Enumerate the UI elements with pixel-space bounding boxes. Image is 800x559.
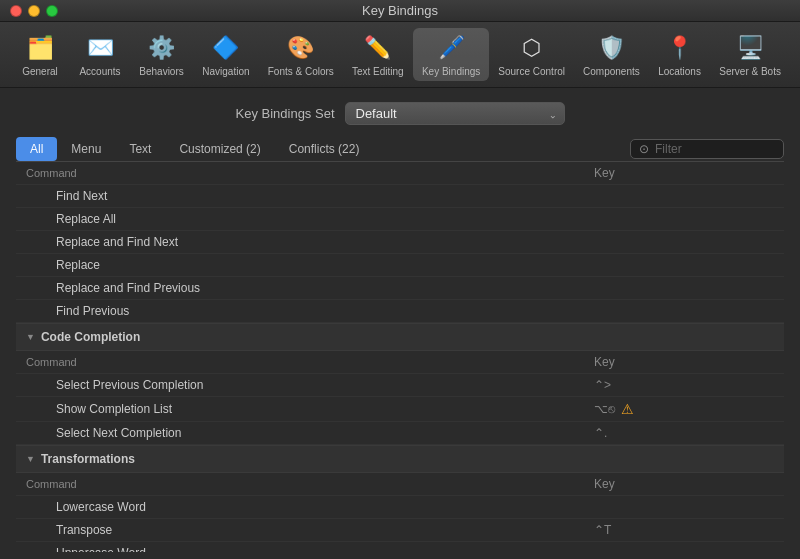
window-title: Key Bindings	[362, 3, 438, 18]
accounts-label: Accounts	[79, 66, 120, 77]
table-row[interactable]: Select Next Completion⌃.	[16, 422, 784, 445]
tab-conflicts[interactable]: Conflicts (22)	[275, 137, 374, 161]
row-command: Replace All	[16, 208, 584, 230]
tab-all[interactable]: All	[16, 137, 57, 161]
navigation-label: Navigation	[202, 66, 249, 77]
table-row[interactable]: CommandKey	[16, 162, 784, 185]
close-button[interactable]	[10, 5, 22, 17]
bindings-set-row: Key Bindings Set DefaultCustom	[16, 102, 784, 125]
toolbar-item-text-editing[interactable]: ✏️ Text Editing	[343, 28, 413, 81]
row-command: Transpose	[16, 519, 584, 541]
server-bots-icon: 🖥️	[734, 32, 766, 64]
fonts-colors-label: Fonts & Colors	[268, 66, 334, 77]
toolbar-item-server-bots[interactable]: 🖥️ Server & Bots	[710, 28, 790, 81]
section-triangle: ▼	[26, 332, 35, 342]
row-key	[584, 549, 784, 552]
tabs-row: AllMenuTextCustomized (2)Conflicts (22) …	[16, 137, 784, 162]
section-label: Transformations	[41, 452, 135, 466]
section-transformations: ▼Transformations	[16, 445, 784, 473]
accounts-icon: ✉️	[84, 32, 116, 64]
tab-customized[interactable]: Customized (2)	[165, 137, 274, 161]
table-row[interactable]: Transpose⌃T	[16, 519, 784, 542]
server-bots-label: Server & Bots	[719, 66, 781, 77]
text-editing-label: Text Editing	[352, 66, 404, 77]
section-label: Code Completion	[41, 330, 140, 344]
toolbar-item-fonts-colors[interactable]: 🎨 Fonts & Colors	[259, 28, 343, 81]
toolbar-item-accounts[interactable]: ✉️ Accounts	[70, 28, 130, 81]
filter-input[interactable]	[655, 142, 775, 156]
bindings-set-label: Key Bindings Set	[235, 106, 334, 121]
toolbar-item-key-bindings[interactable]: 🖊️ Key Bindings	[413, 28, 490, 81]
bindings-set-select[interactable]: DefaultCustom	[345, 102, 565, 125]
table-row[interactable]: Lowercase Word	[16, 496, 784, 519]
row-key: ⌃>	[584, 374, 784, 396]
table-row[interactable]: Replace	[16, 254, 784, 277]
maximize-button[interactable]	[46, 5, 58, 17]
row-key	[584, 307, 784, 315]
toolbar-item-source-control[interactable]: ⬡ Source Control	[489, 28, 574, 81]
section-code-completion: ▼Code Completion	[16, 323, 784, 351]
toolbar-item-general[interactable]: 🗂️ General	[10, 28, 70, 81]
navigation-icon: 🔷	[210, 32, 242, 64]
table-row[interactable]: Find Next	[16, 185, 784, 208]
table-row[interactable]: Find Previous	[16, 300, 784, 323]
filter-icon: ⊙	[639, 142, 649, 156]
table-row[interactable]: Uppercase Word	[16, 542, 784, 552]
window-controls[interactable]	[10, 5, 58, 17]
locations-icon: 📍	[664, 32, 696, 64]
table-row[interactable]: CommandKey	[16, 473, 784, 496]
row-command: Command	[16, 352, 584, 372]
row-key	[584, 238, 784, 246]
tab-menu[interactable]: Menu	[57, 137, 115, 161]
toolbar-item-navigation[interactable]: 🔷 Navigation	[193, 28, 259, 81]
table-row[interactable]: Select Previous Completion⌃>	[16, 374, 784, 397]
row-command: Uppercase Word	[16, 542, 584, 552]
row-command: Replace	[16, 254, 584, 276]
table-row[interactable]: CommandKey	[16, 351, 784, 374]
table-row[interactable]: Replace All	[16, 208, 784, 231]
components-label: Components	[583, 66, 640, 77]
title-bar: Key Bindings	[0, 0, 800, 22]
general-label: General	[22, 66, 58, 77]
row-key: Key	[584, 473, 784, 495]
section-triangle: ▼	[26, 454, 35, 464]
row-key	[584, 284, 784, 292]
locations-label: Locations	[658, 66, 701, 77]
row-key: ⌃T	[584, 519, 784, 541]
toolbar-item-components[interactable]: 🛡️ Components	[574, 28, 649, 81]
row-command: Find Previous	[16, 300, 584, 322]
row-command: Select Previous Completion	[16, 374, 584, 396]
general-icon: 🗂️	[24, 32, 56, 64]
table-row[interactable]: Replace and Find Next	[16, 231, 784, 254]
row-command: Select Next Completion	[16, 422, 584, 444]
source-control-label: Source Control	[498, 66, 565, 77]
row-key: Key	[584, 351, 784, 373]
row-key	[584, 215, 784, 223]
table-row[interactable]: Replace and Find Previous	[16, 277, 784, 300]
bindings-set-select-wrapper[interactable]: DefaultCustom	[345, 102, 565, 125]
table-row[interactable]: Show Completion List⌥⎋⚠	[16, 397, 784, 422]
row-key	[584, 192, 784, 200]
fonts-colors-icon: 🎨	[285, 32, 317, 64]
row-command: Replace and Find Previous	[16, 277, 584, 299]
filter-area[interactable]: ⊙	[630, 139, 784, 159]
row-key: ⌃.	[584, 422, 784, 444]
behaviors-label: Behaviors	[139, 66, 183, 77]
row-key: Key	[584, 162, 784, 184]
toolbar-item-behaviors[interactable]: ⚙️ Behaviors	[130, 28, 193, 81]
content-area: Key Bindings Set DefaultCustom AllMenuTe…	[0, 88, 800, 559]
row-command: Lowercase Word	[16, 496, 584, 518]
table-container[interactable]: CommandKeyFind NextReplace AllReplace an…	[16, 162, 784, 552]
toolbar-item-locations[interactable]: 📍 Locations	[649, 28, 710, 81]
components-icon: 🛡️	[595, 32, 627, 64]
row-command: Command	[16, 163, 584, 183]
row-key: ⌥⎋⚠	[584, 397, 784, 421]
behaviors-icon: ⚙️	[146, 32, 178, 64]
minimize-button[interactable]	[28, 5, 40, 17]
row-command: Show Completion List	[16, 398, 584, 420]
row-key	[584, 261, 784, 269]
tab-text[interactable]: Text	[115, 137, 165, 161]
key-bindings-label: Key Bindings	[422, 66, 480, 77]
source-control-icon: ⬡	[516, 32, 548, 64]
row-command: Find Next	[16, 185, 584, 207]
